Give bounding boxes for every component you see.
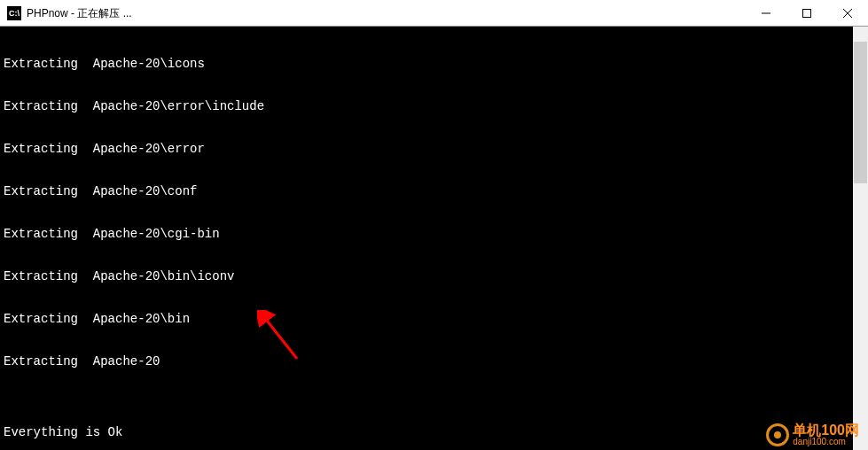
watermark-logo-icon — [766, 423, 789, 446]
window-titlebar: C:\ PHPnow - 正在解压 ... — [0, 0, 868, 27]
scrollbar-thumb[interactable] — [854, 42, 867, 183]
terminal-line: Extracting Apache-20\bin — [4, 312, 864, 326]
minimize-button[interactable] — [746, 0, 786, 27]
window-title: PHPnow - 正在解压 ... — [21, 6, 746, 20]
close-button[interactable] — [827, 0, 868, 27]
terminal-line: Extracting Apache-20\error — [4, 142, 864, 156]
terminal-output[interactable]: Extracting Apache-20\icons Extracting Ap… — [0, 27, 868, 450]
terminal-line: Extracting Apache-20\icons — [4, 57, 864, 71]
maximize-button[interactable] — [786, 0, 827, 27]
watermark-url: danji100.com — [793, 438, 859, 446]
app-icon: C:\ — [7, 6, 21, 20]
watermark-title: 单机100网 — [793, 423, 859, 438]
terminal-line: Extracting Apache-20\conf — [4, 184, 864, 198]
terminal-line: Everything is Ok — [4, 425, 864, 439]
vertical-scrollbar[interactable] — [853, 27, 868, 450]
watermark: 单机100网 danji100.com — [766, 423, 859, 446]
terminal-line: Extracting Apache-20\cgi-bin — [4, 227, 864, 241]
svg-rect-1 — [803, 9, 811, 17]
terminal-line: Extracting Apache-20\error\include — [4, 99, 864, 113]
terminal-line: Extracting Apache-20 — [4, 354, 864, 369]
terminal-line: Extracting Apache-20\bin\iconv — [4, 269, 864, 283]
